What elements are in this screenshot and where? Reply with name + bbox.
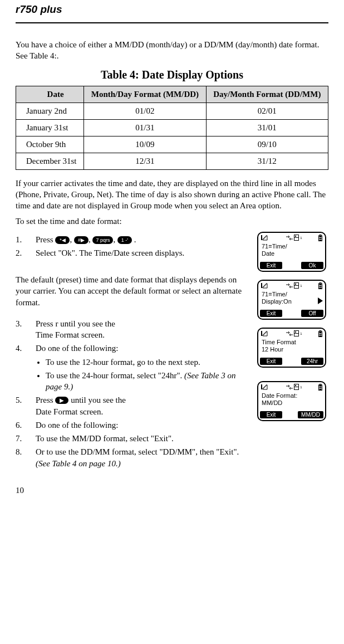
battery-icon (318, 330, 322, 337)
table-header: Day/Month Format (DD/MM) (206, 86, 328, 103)
svg-rect-21 (295, 331, 296, 333)
softkey-right[interactable]: MM/DD (298, 411, 323, 418)
phone-screen: 1 Date Format: MM/DD Exit MM/DD (257, 381, 326, 421)
softkey-right[interactable]: 24hr (301, 358, 323, 365)
steps-list-a: Press *◀, #▶, 7 pqrs, 1 -' . Select "Ok"… (16, 234, 252, 259)
phone-screen: 1 Time Format 12 Hour Exit 24hr (257, 328, 326, 368)
softkey-right[interactable]: Ok (301, 262, 323, 269)
status-bar: 1 (258, 382, 325, 391)
table-header: Month/Day Format (MM/DD) (84, 86, 206, 103)
table-row: October 9th 10/09 09/10 (16, 136, 328, 153)
svg-rect-12 (295, 284, 296, 285)
svg-rect-3 (295, 236, 296, 237)
step-1: Press *◀, #▶, 7 pqrs, 1 -' . (16, 234, 252, 245)
sim-icon (294, 330, 299, 336)
phone-screen: 1 71=Time/ Display:On Exit Off (257, 280, 326, 320)
sim-icon (294, 235, 299, 241)
arrows-icon (286, 235, 293, 241)
table-title: Table 4: Date Display Options (16, 69, 328, 81)
status-bar: 1 (258, 329, 325, 338)
step-2: Select "Ok". The Time/Date screen displa… (16, 247, 252, 258)
step-6: Do one of the following: (16, 419, 252, 431)
svg-rect-7 (320, 238, 322, 239)
step-7: To use the MM/DD format, select "Exit". (16, 433, 252, 444)
screen-body: Date Format: MM/DD (258, 391, 325, 411)
screen-body: 71=Time/ Display:On (258, 290, 325, 310)
svg-rect-15 (320, 284, 322, 285)
signal-icon (261, 235, 270, 241)
table-row: December 31st 12/31 31/12 (16, 153, 328, 169)
svg-rect-17 (320, 287, 322, 289)
softkey-left[interactable]: Exit (260, 358, 282, 365)
right-triangle-icon (318, 297, 323, 304)
steps-list-c: Press ▶ until you see the Date Format sc… (16, 394, 252, 469)
header-rule (16, 22, 328, 23)
step-4: Do one of the following: (16, 343, 252, 354)
key-icon: 7 pqrs (92, 236, 113, 244)
page-header: r750 plus (16, 0, 328, 19)
page-number: 10 (16, 486, 328, 495)
status-sup: 1 (300, 386, 302, 389)
svg-rect-35 (320, 389, 322, 390)
paragraph: To set the time and date format: (16, 216, 328, 227)
softkey-right[interactable]: Off (301, 310, 323, 317)
screen-body: 71=Time/ Date (258, 242, 325, 262)
bullet: To use the 12-hour format, go to the nex… (46, 357, 252, 368)
bullet: To use the 24-hour format, select "24hr"… (46, 370, 252, 393)
screen-body: Time Format 12 Hour (258, 338, 325, 358)
step-5: Press ▶ until you see the Date Format sc… (16, 394, 252, 417)
date-format-table: Date Month/Day Format (MM/DD) Day/Month … (16, 86, 328, 170)
svg-rect-9 (261, 283, 262, 288)
paragraph: If your carrier activates the time and d… (16, 178, 328, 212)
svg-rect-34 (320, 387, 322, 388)
step-3: Press r until you see the Time Format sc… (16, 318, 252, 341)
paragraph: The default (preset) time and date forma… (16, 274, 252, 308)
softkey-left[interactable]: Exit (260, 411, 282, 418)
phone-screen: 1 71=Time/ Date Exit Ok (257, 232, 326, 272)
svg-rect-33 (320, 386, 322, 387)
status-sup: 1 (300, 236, 302, 240)
status-bar: 1 (258, 281, 325, 290)
table-row: January 31st 01/31 31/01 (16, 119, 328, 136)
steps-list-b: Press r until you see the Time Format sc… (16, 318, 252, 354)
key-icon: 1 -' (117, 236, 132, 244)
svg-rect-6 (320, 236, 322, 237)
intro-paragraph: You have a choice of either a MM/DD (mon… (16, 39, 328, 62)
battery-icon (318, 384, 322, 391)
table-row: January 2nd 01/02 02/01 (16, 103, 328, 119)
status-sup: 1 (300, 332, 302, 335)
right-arrow-key-icon: ▶ (55, 397, 68, 404)
model-suffix: plus (40, 3, 62, 15)
status-sup: 1 (300, 284, 302, 287)
battery-icon (318, 282, 322, 289)
arrows-icon (286, 384, 293, 390)
svg-rect-16 (320, 286, 322, 287)
svg-rect-25 (320, 334, 322, 335)
step-8: Or to use the DD/MM format, select "DD/M… (16, 446, 252, 469)
table-header: Date (16, 86, 84, 103)
arrows-icon (286, 283, 293, 289)
signal-icon (261, 282, 270, 289)
sim-icon (294, 282, 299, 289)
svg-rect-24 (320, 332, 322, 333)
signal-icon (261, 330, 270, 336)
battery-icon (318, 235, 322, 241)
svg-rect-30 (295, 385, 296, 386)
softkey-left[interactable]: Exit (260, 262, 282, 269)
svg-rect-27 (261, 384, 262, 389)
softkey-left[interactable]: Exit (260, 310, 282, 317)
svg-rect-26 (320, 335, 322, 336)
svg-rect-18 (261, 331, 262, 336)
signal-icon (261, 384, 270, 390)
svg-rect-8 (320, 240, 322, 241)
sim-icon (294, 384, 299, 390)
key-icon: *◀ (55, 236, 70, 244)
model-name: r750 (16, 3, 37, 15)
arrows-icon (286, 331, 293, 336)
svg-rect-0 (261, 235, 262, 240)
key-icon: #▶ (74, 236, 89, 244)
status-bar: 1 (258, 233, 325, 242)
bullets-step4: To use the 12-hour format, go to the nex… (16, 357, 252, 393)
